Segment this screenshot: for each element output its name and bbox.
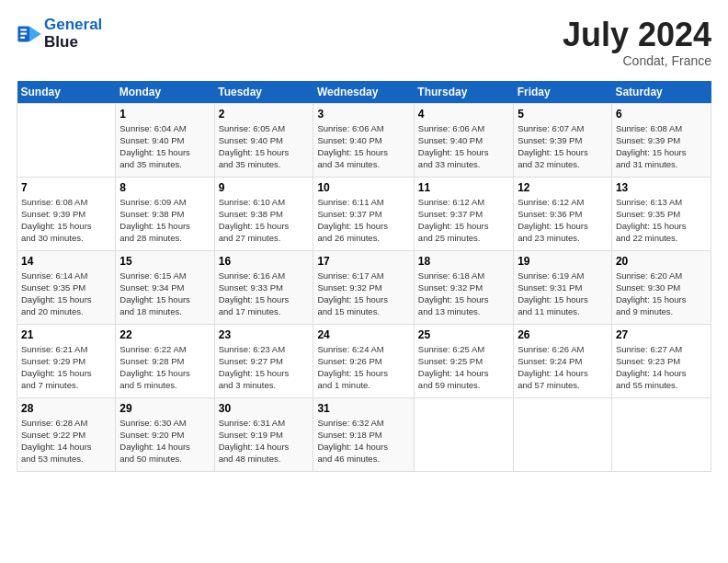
calendar-cell	[611, 397, 711, 471]
day-info: Sunrise: 6:21 AMSunset: 9:29 PMDaylight:…	[21, 343, 111, 392]
svg-rect-3	[20, 32, 27, 34]
column-header-saturday: Saturday	[611, 81, 711, 104]
day-number: 31	[317, 402, 409, 415]
logo-line2: Blue	[44, 33, 78, 51]
day-number: 28	[21, 402, 111, 415]
calendar-cell: 2Sunrise: 6:05 AMSunset: 9:40 PMDaylight…	[214, 103, 313, 177]
day-info: Sunrise: 6:18 AMSunset: 9:32 PMDaylight:…	[418, 270, 509, 318]
day-number: 9	[219, 181, 310, 194]
day-info: Sunrise: 6:06 AMSunset: 9:40 PMDaylight:…	[317, 122, 409, 171]
calendar-cell: 7Sunrise: 6:08 AMSunset: 9:39 PMDaylight…	[17, 177, 116, 250]
table-row: 1Sunrise: 6:04 AMSunset: 9:40 PMDaylight…	[17, 103, 711, 177]
day-number: 27	[616, 328, 707, 341]
day-number: 12	[518, 181, 608, 194]
calendar-cell: 22Sunrise: 6:22 AMSunset: 9:28 PMDayligh…	[116, 324, 214, 397]
calendar-cell: 27Sunrise: 6:27 AMSunset: 9:23 PMDayligh…	[611, 324, 711, 397]
calendar-cell: 29Sunrise: 6:30 AMSunset: 9:20 PMDayligh…	[116, 397, 214, 471]
day-info: Sunrise: 6:27 AMSunset: 9:23 PMDaylight:…	[616, 343, 707, 392]
day-info: Sunrise: 6:22 AMSunset: 9:28 PMDaylight:…	[119, 343, 210, 392]
logo: General Blue	[17, 17, 102, 51]
calendar-cell: 17Sunrise: 6:17 AMSunset: 9:32 PMDayligh…	[313, 250, 414, 324]
calendar-cell: 31Sunrise: 6:32 AMSunset: 9:18 PMDayligh…	[313, 397, 414, 471]
svg-rect-2	[20, 29, 27, 30]
day-number: 30	[219, 402, 310, 415]
calendar-cell: 23Sunrise: 6:23 AMSunset: 9:27 PMDayligh…	[214, 324, 313, 397]
day-info: Sunrise: 6:16 AMSunset: 9:33 PMDaylight:…	[219, 270, 310, 318]
calendar-cell: 30Sunrise: 6:31 AMSunset: 9:19 PMDayligh…	[214, 397, 313, 471]
location: Condat, France	[563, 53, 711, 68]
day-info: Sunrise: 6:05 AMSunset: 9:40 PMDaylight:…	[219, 122, 310, 171]
calendar-cell: 28Sunrise: 6:28 AMSunset: 9:22 PMDayligh…	[17, 397, 116, 471]
day-info: Sunrise: 6:11 AMSunset: 9:37 PMDaylight:…	[317, 196, 409, 245]
calendar-cell	[17, 103, 116, 177]
day-info: Sunrise: 6:19 AMSunset: 9:31 PMDaylight:…	[518, 270, 608, 318]
day-info: Sunrise: 6:13 AMSunset: 9:35 PMDaylight:…	[616, 196, 707, 245]
day-info: Sunrise: 6:14 AMSunset: 9:35 PMDaylight:…	[21, 270, 111, 318]
day-info: Sunrise: 6:07 AMSunset: 9:39 PMDaylight:…	[518, 122, 608, 171]
calendar-cell: 5Sunrise: 6:07 AMSunset: 9:39 PMDaylight…	[514, 103, 612, 177]
day-info: Sunrise: 6:25 AMSunset: 9:25 PMDaylight:…	[418, 343, 509, 392]
calendar-cell: 4Sunrise: 6:06 AMSunset: 9:40 PMDaylight…	[414, 103, 513, 177]
day-info: Sunrise: 6:31 AMSunset: 9:19 PMDaylight:…	[219, 417, 310, 465]
column-header-friday: Friday	[514, 81, 612, 104]
calendar-cell: 24Sunrise: 6:24 AMSunset: 9:26 PMDayligh…	[313, 324, 414, 397]
day-number: 23	[219, 328, 310, 341]
svg-marker-1	[29, 26, 41, 41]
calendar-cell: 20Sunrise: 6:20 AMSunset: 9:30 PMDayligh…	[611, 250, 711, 324]
calendar-cell: 12Sunrise: 6:12 AMSunset: 9:36 PMDayligh…	[514, 177, 612, 250]
day-info: Sunrise: 6:32 AMSunset: 9:18 PMDaylight:…	[317, 417, 409, 465]
calendar-cell: 21Sunrise: 6:21 AMSunset: 9:29 PMDayligh…	[17, 324, 116, 397]
day-number: 15	[119, 255, 210, 268]
day-info: Sunrise: 6:30 AMSunset: 9:20 PMDaylight:…	[119, 417, 210, 465]
day-number: 1	[119, 108, 210, 121]
day-number: 6	[616, 108, 707, 121]
day-number: 18	[418, 255, 509, 268]
svg-rect-4	[20, 36, 25, 38]
day-info: Sunrise: 6:26 AMSunset: 9:24 PMDaylight:…	[518, 343, 608, 392]
day-info: Sunrise: 6:10 AMSunset: 9:38 PMDaylight:…	[219, 196, 310, 245]
logo-text: General Blue	[44, 17, 102, 51]
day-number: 5	[518, 108, 608, 121]
table-row: 28Sunrise: 6:28 AMSunset: 9:22 PMDayligh…	[17, 397, 711, 471]
day-number: 20	[616, 255, 707, 268]
day-info: Sunrise: 6:06 AMSunset: 9:40 PMDaylight:…	[418, 122, 509, 171]
calendar-cell: 16Sunrise: 6:16 AMSunset: 9:33 PMDayligh…	[214, 250, 313, 324]
day-info: Sunrise: 6:08 AMSunset: 9:39 PMDaylight:…	[21, 196, 111, 245]
column-header-wednesday: Wednesday	[313, 81, 414, 104]
day-info: Sunrise: 6:12 AMSunset: 9:37 PMDaylight:…	[418, 196, 509, 245]
table-row: 7Sunrise: 6:08 AMSunset: 9:39 PMDaylight…	[17, 177, 711, 250]
calendar-cell: 1Sunrise: 6:04 AMSunset: 9:40 PMDaylight…	[116, 103, 214, 177]
logo-icon	[17, 21, 42, 47]
day-number: 17	[317, 255, 409, 268]
calendar-cell: 25Sunrise: 6:25 AMSunset: 9:25 PMDayligh…	[414, 324, 513, 397]
day-info: Sunrise: 6:23 AMSunset: 9:27 PMDaylight:…	[219, 343, 310, 392]
table-row: 14Sunrise: 6:14 AMSunset: 9:35 PMDayligh…	[17, 250, 711, 324]
calendar-cell: 26Sunrise: 6:26 AMSunset: 9:24 PMDayligh…	[514, 324, 612, 397]
table-header-row: SundayMondayTuesdayWednesdayThursdayFrid…	[17, 81, 711, 104]
day-info: Sunrise: 6:20 AMSunset: 9:30 PMDaylight:…	[616, 270, 707, 318]
calendar-cell	[414, 397, 513, 471]
day-number: 14	[21, 255, 111, 268]
calendar-cell: 15Sunrise: 6:15 AMSunset: 9:34 PMDayligh…	[116, 250, 214, 324]
day-number: 26	[518, 328, 608, 341]
day-number: 29	[119, 402, 210, 415]
calendar-cell: 10Sunrise: 6:11 AMSunset: 9:37 PMDayligh…	[313, 177, 414, 250]
day-number: 21	[21, 328, 111, 341]
day-number: 13	[616, 181, 707, 194]
header: General Blue July 2024 Condat, France	[17, 17, 711, 68]
day-info: Sunrise: 6:12 AMSunset: 9:36 PMDaylight:…	[518, 196, 608, 245]
day-info: Sunrise: 6:09 AMSunset: 9:38 PMDaylight:…	[119, 196, 210, 245]
day-number: 8	[119, 181, 210, 194]
calendar-cell: 14Sunrise: 6:14 AMSunset: 9:35 PMDayligh…	[17, 250, 116, 324]
day-info: Sunrise: 6:15 AMSunset: 9:34 PMDaylight:…	[119, 270, 210, 318]
day-number: 7	[21, 181, 111, 194]
calendar-table: SundayMondayTuesdayWednesdayThursdayFrid…	[17, 81, 711, 472]
day-number: 22	[119, 328, 210, 341]
calendar-cell: 11Sunrise: 6:12 AMSunset: 9:37 PMDayligh…	[414, 177, 513, 250]
day-info: Sunrise: 6:04 AMSunset: 9:40 PMDaylight:…	[119, 122, 210, 171]
day-number: 24	[317, 328, 409, 341]
calendar-cell: 8Sunrise: 6:09 AMSunset: 9:38 PMDaylight…	[116, 177, 214, 250]
column-header-thursday: Thursday	[414, 81, 513, 104]
column-header-sunday: Sunday	[17, 81, 116, 104]
calendar-cell: 9Sunrise: 6:10 AMSunset: 9:38 PMDaylight…	[214, 177, 313, 250]
